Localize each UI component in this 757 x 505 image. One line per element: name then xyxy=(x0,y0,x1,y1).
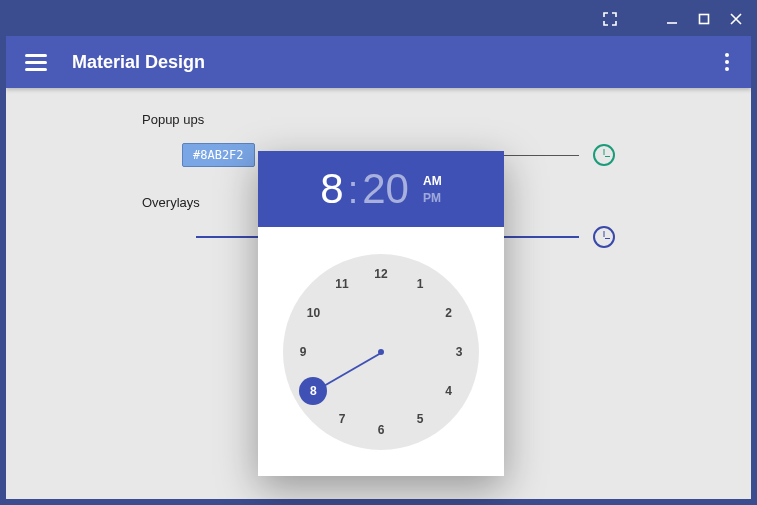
overflow-menu-icon[interactable] xyxy=(719,47,735,77)
clock-pivot xyxy=(378,349,384,355)
clock-button-blue[interactable] xyxy=(593,226,615,248)
clock-number-2[interactable]: 2 xyxy=(435,299,463,327)
clock-button-green[interactable] xyxy=(593,144,615,166)
app-window: Material Design Popup ups #8AB2F2 Overyl… xyxy=(0,0,757,505)
svg-rect-1 xyxy=(700,15,709,24)
section-label-popups: Popup ups xyxy=(142,112,615,127)
ampm-toggle: AM PM xyxy=(423,174,442,205)
maximize-icon[interactable] xyxy=(693,8,715,30)
minute-display[interactable]: 20 xyxy=(362,165,409,213)
appbar-title: Material Design xyxy=(72,52,205,73)
hour-display[interactable]: 8 xyxy=(320,165,343,213)
time-picker-overlay: 8 : 20 AM PM 121234567891011 xyxy=(258,151,504,476)
clock-number-7[interactable]: 7 xyxy=(328,405,356,433)
fullscreen-icon[interactable] xyxy=(599,8,621,30)
clock-number-9[interactable]: 9 xyxy=(289,338,317,366)
am-button[interactable]: AM xyxy=(423,174,442,188)
color-chip[interactable]: #8AB2F2 xyxy=(182,143,255,167)
hamburger-icon[interactable] xyxy=(22,48,50,76)
clock-number-4[interactable]: 4 xyxy=(435,377,463,405)
clock-number-3[interactable]: 3 xyxy=(445,338,473,366)
titlebar xyxy=(2,2,755,36)
time-colon: : xyxy=(348,169,359,212)
clock-number-5[interactable]: 5 xyxy=(406,405,434,433)
close-icon[interactable] xyxy=(725,8,747,30)
time-picker-header: 8 : 20 AM PM xyxy=(258,151,504,227)
clock-number-11[interactable]: 11 xyxy=(328,270,356,298)
clock-dial[interactable]: 121234567891011 xyxy=(283,254,479,450)
clock-number-6[interactable]: 6 xyxy=(367,416,395,444)
pm-button[interactable]: PM xyxy=(423,191,442,205)
time-display: 8 : 20 xyxy=(320,165,409,213)
time-picker-body: 121234567891011 xyxy=(258,227,504,476)
appbar: Material Design xyxy=(6,36,751,88)
clock-hand xyxy=(318,352,381,390)
clock-number-12[interactable]: 12 xyxy=(367,260,395,288)
clock-number-8[interactable]: 8 xyxy=(299,377,327,405)
clock-number-1[interactable]: 1 xyxy=(406,270,434,298)
minimize-icon[interactable] xyxy=(661,8,683,30)
clock-number-10[interactable]: 10 xyxy=(299,299,327,327)
